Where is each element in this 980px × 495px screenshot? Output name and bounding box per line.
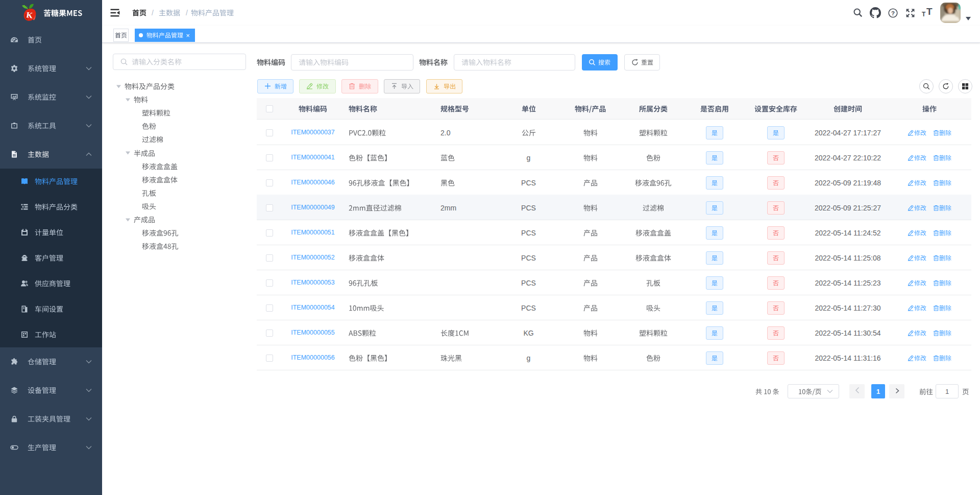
svg-text:?: ? xyxy=(891,10,895,16)
